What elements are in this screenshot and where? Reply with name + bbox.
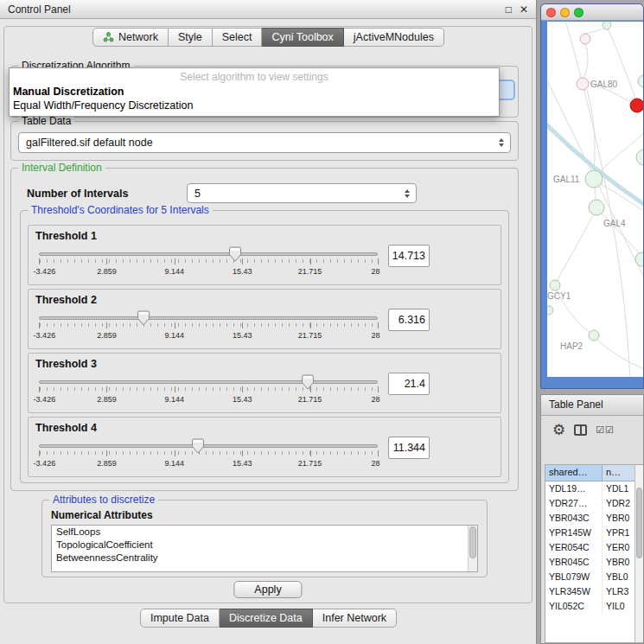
slider-track[interactable] <box>39 316 378 320</box>
cell-shared-name[interactable]: YIL052C <box>545 599 603 614</box>
table-header-row: shared… n… <box>545 465 643 481</box>
network-node[interactable] <box>603 22 611 29</box>
cell-shared-name[interactable]: YBR043C <box>545 511 603 526</box>
threshold-slider[interactable]: -3.4262.8599.14415.4321.71528 <box>37 245 379 283</box>
apply-button[interactable]: Apply <box>233 581 302 598</box>
major-tick <box>106 322 107 328</box>
checkbox-pair-icon[interactable]: ☑☑ <box>596 425 615 435</box>
tab-label: jActiveMNodules <box>354 31 434 43</box>
cell-shared-name[interactable]: YER054C <box>545 540 603 555</box>
network-node[interactable] <box>547 306 553 315</box>
table-data-combobox[interactable]: galFiltered.sif default node <box>18 132 511 153</box>
close-traffic-light-icon[interactable] <box>546 8 556 17</box>
traffic-lights <box>546 8 583 17</box>
scale-label: -3.426 <box>34 459 56 468</box>
table-panel-titlebar[interactable]: Table Panel <box>541 395 643 416</box>
attribute-item-topologicalcoefficient[interactable]: TopologicalCoefficient <box>52 539 477 552</box>
tab-discretize-data[interactable]: Discretize Data <box>220 609 313 628</box>
threshold-value-field[interactable]: 11.344 <box>388 437 430 459</box>
scale-label: -3.426 <box>34 331 56 340</box>
table-scrollbar[interactable] <box>634 465 643 642</box>
table-row[interactable]: YER054CYER0 <box>545 540 643 555</box>
threshold-value-field[interactable]: 14.713 <box>388 245 430 267</box>
slider-track[interactable] <box>39 444 378 448</box>
minimize-traffic-light-icon[interactable] <box>560 8 570 17</box>
table-rows: YDL19…YDL1YDR27…YDR2YBR043CYBR0YPR145WYP… <box>545 481 643 614</box>
network-node[interactable] <box>630 99 643 112</box>
scale-label: 2.859 <box>97 267 117 276</box>
table-row[interactable]: YBR043CYBR0 <box>545 511 643 526</box>
tab-impute-data[interactable]: Impute Data <box>140 609 220 628</box>
attributes-scrollbar-thumb[interactable] <box>469 526 476 558</box>
table-row[interactable]: YIL052CYIL0 <box>545 599 643 614</box>
node-table: shared… n… YDL19…YDL1YDR27…YDR2YBR043CYB… <box>545 464 643 643</box>
close-icon[interactable]: ✕ <box>520 3 528 16</box>
network-window-titlebar[interactable] <box>541 4 643 21</box>
table-row[interactable]: YLR345WYLR3 <box>545 584 643 599</box>
control-panel-titlebar[interactable]: Control Panel □ ✕ <box>0 0 536 19</box>
network-node[interactable] <box>580 34 590 44</box>
major-tick <box>106 258 107 265</box>
network-node-gcy1[interactable] <box>550 280 560 290</box>
threshold-slider[interactable]: -3.4262.8599.14415.4321.71528 <box>37 373 379 411</box>
columns-icon[interactable] <box>574 424 587 436</box>
combobox-stepper-icon[interactable] <box>400 189 413 198</box>
algorithm-option-manual-discretization[interactable]: Manual Discretization <box>10 85 499 99</box>
threshold-slider[interactable]: -3.4262.8599.14415.4321.71528 <box>37 437 379 475</box>
table-row[interactable]: YBR045CYBR0 <box>545 555 643 570</box>
slider-handle[interactable] <box>192 438 204 454</box>
scale-label: 15.43 <box>233 331 252 340</box>
attribute-item-betweennesscentrality[interactable]: BetweennessCentrality <box>52 552 477 564</box>
network-node-gal4[interactable] <box>589 200 604 215</box>
network-edge <box>564 22 630 377</box>
column-header-shared-name[interactable]: shared… <box>545 465 603 481</box>
scale-label: 9.144 <box>165 459 185 468</box>
table-row[interactable]: YDR27…YDR2 <box>545 496 643 511</box>
slider-track[interactable] <box>39 252 378 256</box>
network-node-gal11[interactable] <box>585 170 603 188</box>
threshold-value-field[interactable]: 6.316 <box>388 309 430 331</box>
cell-shared-name[interactable]: YBR045C <box>545 555 603 570</box>
zoom-traffic-light-icon[interactable] <box>574 8 583 17</box>
algorithm-option-equal-width-frequency-discretization[interactable]: Equal Width/Frequency Discretization <box>10 99 499 112</box>
cell-shared-name[interactable]: YBL079W <box>545 570 603 584</box>
cell-shared-name[interactable]: YDR27… <box>545 496 603 511</box>
float-window-icon[interactable]: □ <box>506 3 512 16</box>
slider-handle[interactable] <box>137 310 150 326</box>
threshold-value-field[interactable]: 21.4 <box>388 373 430 395</box>
tab-network[interactable]: Network <box>92 28 169 47</box>
table-row[interactable]: YBL079WYBL0 <box>545 570 643 584</box>
table-scrollbar-thumb[interactable] <box>636 488 642 558</box>
tab-jactivemnodules[interactable]: jActiveMNodules <box>344 28 444 47</box>
combobox-stepper-icon[interactable] <box>494 138 507 147</box>
attribute-item-selfloops[interactable]: SelfLoops <box>52 526 477 539</box>
cell-shared-name[interactable]: YLR345W <box>545 584 603 599</box>
threshold-slider[interactable]: -3.4262.8599.14415.4321.71528 <box>37 309 379 347</box>
network-node[interactable] <box>635 252 643 266</box>
table-row[interactable]: YPR145WYPR1 <box>545 526 643 540</box>
slider-handle[interactable] <box>302 374 314 390</box>
network-node-gal80[interactable] <box>577 78 589 90</box>
table-row[interactable]: YDL19…YDL1 <box>545 481 643 496</box>
gear-icon[interactable]: ⚙ <box>552 423 565 437</box>
tab-cyni-toolbox[interactable]: Cyni Toolbox <box>262 28 343 47</box>
network-node[interactable] <box>636 150 643 165</box>
cell-shared-name[interactable]: YDL19… <box>545 481 603 496</box>
number-of-intervals-value: 5 <box>188 188 400 200</box>
threshold-panel-3: Threshold 3-3.4262.8599.14415.4321.71528… <box>28 353 501 413</box>
network-node-hap2[interactable] <box>589 330 599 341</box>
tab-style[interactable]: Style <box>169 28 213 47</box>
tab-infer-network[interactable]: Infer Network <box>313 609 397 628</box>
cell-shared-name[interactable]: YPR145W <box>545 526 603 540</box>
network-node[interactable] <box>638 75 643 87</box>
number-of-intervals-combobox[interactable]: 5 <box>187 183 417 203</box>
tab-label: Infer Network <box>322 612 386 624</box>
slider-track[interactable] <box>39 380 378 384</box>
network-canvas[interactable]: GAL80GAL11GAL4GCY1HAP2 <box>547 22 643 377</box>
scale-label: 15.43 <box>233 395 252 404</box>
tab-select[interactable]: Select <box>213 28 263 47</box>
numerical-attributes-title: Numerical Attributes <box>51 509 153 521</box>
slider-handle[interactable] <box>229 246 241 262</box>
scale-label: 15.43 <box>233 459 252 468</box>
attributes-scrollbar[interactable] <box>468 526 477 571</box>
